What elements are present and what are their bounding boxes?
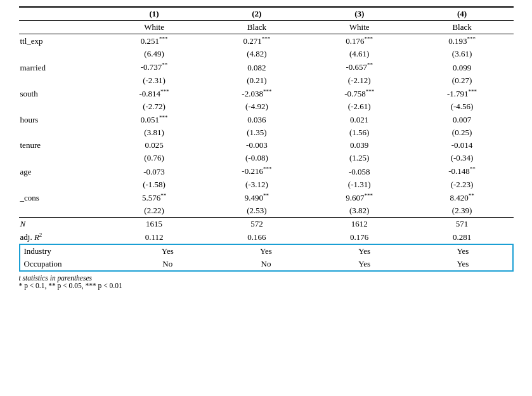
tstat-value: (-1.58) xyxy=(103,178,205,191)
subheader-white-2: White xyxy=(308,21,411,34)
coef-value: 0.082 xyxy=(205,60,308,74)
coef-value: -0.657** xyxy=(308,60,411,74)
controls-box: IndustryYesYesYesYesOccupationNoNoYesYes xyxy=(19,244,514,272)
control-value: No xyxy=(217,258,315,270)
control-value: Yes xyxy=(217,245,315,258)
coef-value: 0.036 xyxy=(205,113,308,126)
tstat-value: (-0.34) xyxy=(411,152,514,164)
stat-label: adj. R2 xyxy=(19,230,103,244)
control-label: Occupation xyxy=(20,258,119,270)
coef-value: 0.025 xyxy=(103,139,205,152)
stat-row: adj. R20.1120.1660.1760.281 xyxy=(19,230,514,244)
table-row: _cons5.576**9.490**9.607***8.420** xyxy=(19,191,514,204)
table-row: married-0.737**0.082-0.657**0.099 xyxy=(19,60,514,74)
tstat-value: (2.39) xyxy=(411,204,514,218)
coef-value: 0.271*** xyxy=(205,34,308,48)
table-row: hours0.051***0.0360.0210.007 xyxy=(19,113,514,126)
table-container: (1) (2) (3) (4) White Black White Black … xyxy=(19,6,514,289)
row-label-empty xyxy=(19,48,103,60)
coef-value: 5.576** xyxy=(103,191,205,204)
coef-value: 8.420** xyxy=(411,191,514,204)
coef-value: 0.193*** xyxy=(411,34,514,48)
subheader-white-1: White xyxy=(103,21,205,34)
coef-value: -0.758*** xyxy=(308,87,411,100)
row-label: ttl_exp xyxy=(19,34,103,48)
tstat-value: (0.25) xyxy=(411,126,514,139)
tstat-value: (-2.12) xyxy=(308,74,411,87)
footnote-2: * p < 0.1, ** p < 0.05, *** p < 0.01 xyxy=(19,282,514,289)
tstat-value: (-2.61) xyxy=(308,100,411,113)
stat-value: 0.112 xyxy=(103,230,205,244)
coef-value: -0.003 xyxy=(205,139,308,152)
control-value: Yes xyxy=(413,245,512,258)
coef-value: -0.073 xyxy=(103,164,205,178)
stat-value: 0.166 xyxy=(205,230,308,244)
table-row: (3.81)(1.35)(1.56)(0.25) xyxy=(19,126,514,139)
tstat-value: (0.27) xyxy=(411,74,514,87)
subheader-empty xyxy=(19,21,103,34)
tstat-value: (-2.23) xyxy=(411,178,514,191)
tstat-value: (-1.31) xyxy=(308,178,411,191)
col-header-3: (3) xyxy=(308,7,411,21)
row-label: hours xyxy=(19,113,103,126)
tstat-value: (1.25) xyxy=(308,152,411,164)
stat-label: N xyxy=(19,217,103,230)
row-label-empty xyxy=(19,178,103,191)
coef-value: 0.021 xyxy=(308,113,411,126)
tstat-value: (0.76) xyxy=(103,152,205,164)
coef-value: -0.014 xyxy=(411,139,514,152)
stat-value: 572 xyxy=(205,217,308,230)
table-row: (0.76)(-0.08)(1.25)(-0.34) xyxy=(19,152,514,164)
footnote-1: t statistics in parentheses xyxy=(19,274,514,282)
tstat-value: (-4.92) xyxy=(205,100,308,113)
table-row: ttl_exp0.251***0.271***0.176***0.193*** xyxy=(19,34,514,48)
subheader-black-1: Black xyxy=(205,21,308,34)
row-label: age xyxy=(19,164,103,178)
footnote-area: t statistics in parentheses * p < 0.1, *… xyxy=(19,274,514,289)
col-header-4: (4) xyxy=(411,7,514,21)
coef-value: 0.007 xyxy=(411,113,514,126)
control-row: IndustryYesYesYesYes xyxy=(20,245,512,258)
control-value: Yes xyxy=(119,245,217,258)
tstat-value: (1.35) xyxy=(205,126,308,139)
coef-value: 0.051*** xyxy=(103,113,205,126)
row-label-empty xyxy=(19,152,103,164)
stat-value: 1612 xyxy=(308,217,411,230)
tstat-value: (1.56) xyxy=(308,126,411,139)
coef-value: 0.251*** xyxy=(103,34,205,48)
coef-value: -0.058 xyxy=(308,164,411,178)
row-label-empty xyxy=(19,100,103,113)
tstat-value: (6.49) xyxy=(103,48,205,60)
control-value: No xyxy=(119,258,217,270)
tstat-value: (4.61) xyxy=(308,48,411,60)
tstat-value: (3.82) xyxy=(308,204,411,218)
coef-value: 9.490** xyxy=(205,191,308,204)
control-value: Yes xyxy=(315,245,413,258)
table-row: (-2.31)(0.21)(-2.12)(0.27) xyxy=(19,74,514,87)
control-value: Yes xyxy=(413,258,512,270)
table-row: south-0.814***-2.038***-0.758***-1.791**… xyxy=(19,87,514,100)
tstat-value: (-4.56) xyxy=(411,100,514,113)
tstat-value: (2.53) xyxy=(205,204,308,218)
coef-value: -1.791*** xyxy=(411,87,514,100)
regression-table: (1) (2) (3) (4) White Black White Black … xyxy=(19,6,514,244)
row-label: tenure xyxy=(19,139,103,152)
col-header-2: (2) xyxy=(205,7,308,21)
stat-value: 571 xyxy=(411,217,514,230)
coef-value: -0.814*** xyxy=(103,87,205,100)
table-row: (-2.72)(-4.92)(-2.61)(-4.56) xyxy=(19,100,514,113)
coef-value: 0.099 xyxy=(411,60,514,74)
control-value: Yes xyxy=(315,258,413,270)
row-label: _cons xyxy=(19,191,103,204)
stat-value: 0.176 xyxy=(308,230,411,244)
row-label: married xyxy=(19,60,103,74)
table-row: (2.22)(2.53)(3.82)(2.39) xyxy=(19,204,514,218)
col-header-empty xyxy=(19,7,103,21)
stat-value: 1615 xyxy=(103,217,205,230)
tstat-value: (2.22) xyxy=(103,204,205,218)
tstat-value: (0.21) xyxy=(205,74,308,87)
table-row: tenure0.025-0.0030.039-0.014 xyxy=(19,139,514,152)
tstat-value: (3.61) xyxy=(411,48,514,60)
col-header-1: (1) xyxy=(103,7,205,21)
coef-value: -0.216*** xyxy=(205,164,308,178)
